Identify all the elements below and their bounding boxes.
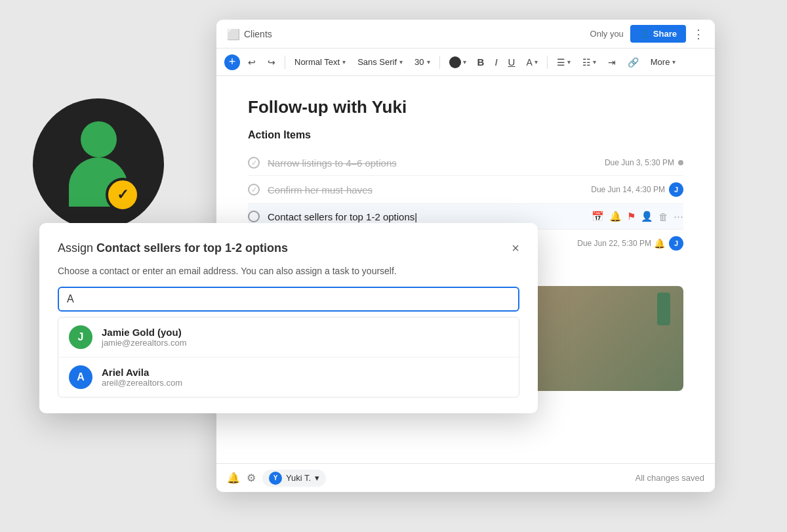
modal-header: Assign Contact sellers for top 1-2 optio…	[58, 241, 519, 255]
avatar-head	[81, 121, 117, 157]
action-items-title: Action Items	[248, 129, 683, 141]
contact-email: areil@zerealtors.com	[102, 378, 182, 388]
doc-heading: Follow-up with Yuki	[248, 97, 683, 117]
calendar-icon[interactable]: 📅	[592, 211, 604, 222]
user-chip-name: Yuki T.	[286, 473, 311, 483]
chevron-down-icon-4: ▾	[463, 58, 466, 66]
numbered-list-button[interactable]: ☷ ▾	[578, 54, 600, 70]
task-checkbox[interactable]: ✓	[248, 184, 260, 195]
undo-icon: ↩	[248, 57, 256, 68]
contact-email: jamie@zerealtors.com	[102, 338, 187, 348]
title-bar-right: Only you 👤 Share ⋮	[590, 25, 704, 43]
check-badge: ✓	[106, 178, 140, 212]
saved-status: All changes saved	[635, 473, 704, 483]
task-due-date: Due Jun 14, 4:30 PM	[591, 185, 665, 194]
search-wrapper	[58, 287, 519, 312]
doc-title: Clients	[244, 29, 272, 39]
contact-avatar: J	[69, 325, 92, 349]
title-bar-left: ⬜ Clients	[227, 28, 272, 40]
bell-icon[interactable]: 🔔	[609, 211, 622, 222]
contact-item-jamie[interactable]: J Jamie Gold (you) jamie@zerealtors.com	[58, 317, 519, 358]
chevron-down-icon-8: ▾	[672, 58, 676, 66]
search-input[interactable]	[67, 293, 510, 305]
user-chip-avatar: Y	[269, 472, 282, 485]
text-color-button[interactable]: ▾	[445, 54, 470, 71]
bell-bottom-icon[interactable]: 🔔	[227, 472, 240, 484]
separator-1	[285, 56, 285, 69]
highlight-icon: A	[526, 57, 532, 68]
assign-person-icon[interactable]: 👤	[641, 211, 653, 222]
notification-dot	[678, 160, 683, 165]
modal-close-button[interactable]: ×	[512, 241, 519, 255]
task-checkbox[interactable]: ✓	[248, 157, 260, 169]
modal-subtitle: Choose a contact or enter an email addre…	[58, 266, 519, 276]
share-button[interactable]: 👤 Share	[630, 25, 686, 43]
toolbar: + ↩ ↪ Normal Text ▾ Sans Serif ▾ 30 ▾ ▾ …	[216, 49, 715, 76]
indent-button[interactable]: ⇥	[604, 54, 620, 70]
task-checkbox[interactable]	[248, 211, 260, 222]
indent-icon: ⇥	[608, 57, 616, 68]
font-size-dropdown[interactable]: 30 ▾	[411, 54, 434, 70]
trash-icon[interactable]: 🗑	[658, 211, 668, 222]
share-icon: 👤	[639, 29, 650, 39]
undo-button[interactable]: ↩	[244, 54, 260, 70]
chevron-down-icon-6: ▾	[567, 58, 571, 66]
contact-info: Jamie Gold (you) jamie@zerealtors.com	[102, 327, 187, 348]
numbered-list-icon: ☷	[582, 57, 591, 68]
bullet-list-button[interactable]: ☰ ▾	[553, 54, 575, 70]
task-avatar: J	[669, 182, 683, 197]
link-icon: 🔗	[628, 57, 639, 68]
redo-icon: ↪	[268, 57, 275, 68]
chevron-down-icon-3: ▾	[427, 58, 430, 66]
user-chip[interactable]: Y Yuki T. ▾	[262, 470, 326, 487]
redo-button[interactable]: ↪	[264, 54, 279, 70]
task-avatar: J	[669, 236, 683, 251]
task-text: Confirm her must-haves	[268, 184, 584, 195]
more-menu-icon[interactable]: ⋮	[693, 27, 704, 41]
title-bar: ⬜ Clients Only you 👤 Share ⋮	[216, 20, 715, 49]
modal-title: Assign Contact sellers for top 1-2 optio…	[58, 241, 288, 255]
task-item: ✓ Narrow listings to 4–6 options Due Jun…	[248, 150, 683, 176]
visibility-label: Only you	[590, 29, 624, 39]
document-icon: ⬜	[227, 28, 239, 40]
separator-3	[547, 56, 548, 69]
separator-2	[439, 56, 440, 69]
avatar-figure: ✓	[62, 121, 134, 207]
bullet-list-icon: ☰	[557, 57, 565, 68]
underline-button[interactable]: U	[505, 54, 519, 70]
task-text: Contact sellers for top 1-2 options|	[268, 211, 585, 222]
text-color-icon	[449, 56, 461, 68]
task-due-date: Due Jun 3, 5:30 PM	[605, 158, 674, 167]
bell-dot: 🔔	[654, 238, 665, 249]
task-due-date: Due Jun 22, 5:30 PM	[577, 239, 651, 248]
task-text: Narrow listings to 4–6 options	[268, 157, 598, 169]
link-button[interactable]: 🔗	[624, 54, 643, 70]
avatar-body: ✓	[69, 157, 128, 207]
task-action-icons: 📅 🔔 ⚑ 👤 🗑 ⋯	[592, 211, 683, 222]
doc-bottom-bar: 🔔 ⚙ Y Yuki T. ▾ All changes saved	[216, 463, 715, 492]
add-button[interactable]: +	[224, 54, 240, 70]
settings-bottom-icon[interactable]: ⚙	[247, 472, 256, 484]
bottom-left: 🔔 ⚙ Y Yuki T. ▾	[227, 470, 326, 487]
plant-decoration	[657, 293, 670, 325]
chevron-down-icon: ▾	[342, 58, 346, 66]
contact-name: Ariel Avila	[102, 367, 182, 378]
text-style-dropdown[interactable]: Normal Text ▾	[291, 54, 350, 70]
chevron-down-icon-7: ▾	[593, 58, 596, 66]
more-dropdown[interactable]: More ▾	[647, 54, 680, 70]
bold-button[interactable]: B	[474, 54, 488, 70]
highlight-button[interactable]: A ▾	[522, 54, 541, 70]
contact-name: Jamie Gold (you)	[102, 327, 187, 338]
italic-button[interactable]: I	[491, 54, 500, 70]
chevron-down-icon-2: ▾	[399, 58, 403, 66]
contact-list: J Jamie Gold (you) jamie@zerealtors.com …	[58, 317, 519, 398]
contact-item-ariel[interactable]: A Ariel Avila areil@zerealtors.com	[58, 358, 519, 397]
flag-icon[interactable]: ⚑	[627, 211, 636, 222]
avatar-background: ✓	[33, 98, 164, 230]
contact-info: Ariel Avila areil@zerealtors.com	[102, 367, 182, 388]
font-dropdown[interactable]: Sans Serif ▾	[353, 54, 407, 70]
ellipsis-icon[interactable]: ⋯	[674, 211, 683, 222]
contact-avatar: A	[69, 365, 92, 389]
task-item: ✓ Confirm her must-haves Due Jun 14, 4:3…	[248, 176, 683, 204]
user-chip-chevron: ▾	[315, 473, 319, 483]
